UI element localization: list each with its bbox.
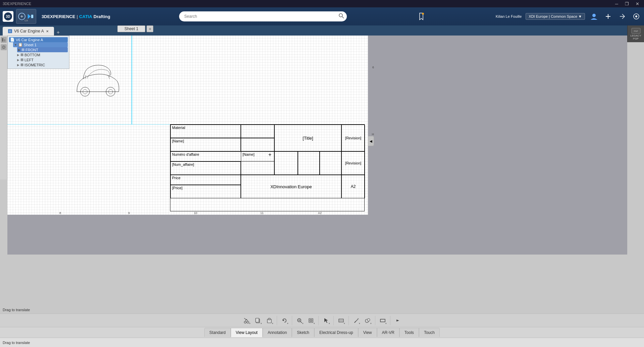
tree-expand-icon5: ▶	[17, 63, 19, 67]
search-input[interactable]	[179, 11, 347, 21]
add-button[interactable]	[603, 11, 613, 21]
main-canvas[interactable]: Material [Title] [Revision] [Name] Numér…	[7, 36, 627, 255]
tab-electrical[interactable]: Electrical Dress-up	[314, 328, 358, 337]
tree-left-item[interactable]: ▶ ⊞ LEFT	[17, 57, 68, 62]
ruler-num-11: 11	[260, 211, 264, 215]
tree-front-item[interactable]: ▶ ⊞ FRONT	[17, 47, 68, 52]
tab-label: V6 Car Engine A	[14, 29, 44, 33]
panel-button-1[interactable]	[1, 37, 7, 43]
undo-button[interactable]: ▾	[279, 315, 290, 326]
left-panel	[0, 36, 7, 180]
svg-rect-6	[31, 15, 33, 18]
toolbar-right: Kilian Le Fouille XDI Europe | Common Sp…	[496, 11, 641, 21]
tree-panel: 📄 V6 Car Engine A ▼ 📋 Sheet 1 ▶ ⊞ FRONT …	[7, 36, 69, 69]
zoom-button[interactable]: ▾	[294, 315, 305, 326]
tree-expand-icon2: ▶	[18, 48, 20, 52]
svg-rect-62	[268, 318, 270, 320]
user-name: Kilian Le Fouille	[496, 14, 522, 18]
undo-dropdown-icon[interactable]: ▾	[286, 316, 289, 326]
add-tab-button[interactable]: +	[54, 29, 62, 36]
tab-view-layout[interactable]: View Layout	[231, 328, 263, 337]
tree-bottom-label: BOTTOM	[24, 53, 40, 57]
paste-dropdown-icon[interactable]: ▾	[271, 316, 274, 326]
tree-root-item[interactable]: 📄 V6 Car Engine A	[9, 37, 68, 42]
rect-button[interactable]: ▾	[377, 315, 388, 326]
tab-sketch[interactable]: Sketch	[292, 328, 314, 337]
sheet-selector: Sheet 1 +	[117, 25, 153, 32]
ruler-right-6: 6	[372, 66, 374, 69]
tree-isometric-item[interactable]: ▶ ⊞ ISOMETRIC	[17, 62, 68, 67]
blue-highlight-v	[131, 36, 132, 124]
svg-text:PGP: PGP	[634, 30, 638, 32]
svg-rect-75	[342, 319, 342, 322]
svg-point-16	[635, 15, 637, 17]
cut-dropdown-icon[interactable]: ▾	[248, 316, 252, 326]
paste-button[interactable]: ▾	[264, 315, 275, 326]
toolbar-divider-2	[292, 316, 292, 325]
app-logo[interactable]: 3D	[3, 11, 13, 22]
legacy-pgp-button[interactable]: PGP LEGACY PGP	[627, 25, 644, 42]
restore-button[interactable]: ❐	[623, 1, 631, 6]
tab-view[interactable]: View	[358, 328, 377, 337]
tb-empty5	[320, 151, 341, 175]
tab-tools[interactable]: Tools	[399, 328, 419, 337]
clone-button[interactable]: ▾	[362, 315, 373, 326]
svg-rect-60	[256, 318, 259, 322]
tb-num-affaire: [Num_affaire]	[170, 161, 241, 175]
paint-button[interactable]: ▾	[351, 315, 362, 326]
tb-revision1: [Revision]	[341, 125, 365, 151]
sheet-button[interactable]: Sheet 1	[117, 25, 145, 32]
more-button[interactable]	[392, 315, 403, 326]
cursor-cross: +	[268, 152, 271, 158]
svg-marker-5	[28, 14, 31, 19]
tree-isometric-label: ISOMETRIC	[24, 63, 45, 67]
brand-3dexperience: 3DEXPERIENCE	[42, 14, 75, 19]
fit-button[interactable]: ▾	[306, 315, 316, 326]
svg-marker-63	[283, 319, 284, 321]
close-button[interactable]: ✕	[634, 1, 641, 6]
right-collapse-arrow[interactable]: ◀	[368, 136, 374, 146]
search-button[interactable]	[339, 13, 344, 20]
window-controls: ─ ❐ ✕	[613, 1, 641, 6]
toolbar-divider-1	[277, 316, 277, 325]
workspace-selector[interactable]: XDI Europe | Common Space ▼	[526, 13, 585, 20]
sheet-add-button[interactable]: +	[147, 25, 153, 32]
zoom-dropdown-icon[interactable]: ▾	[301, 316, 305, 326]
select-dropdown-icon[interactable]: ▾	[328, 316, 331, 326]
minimize-button[interactable]: ─	[613, 1, 620, 6]
rect-dropdown-icon[interactable]: ▾	[384, 316, 388, 326]
tree-bottom-item[interactable]: ▶ ⊞ BOTTOM	[17, 52, 68, 57]
panel-button-2[interactable]	[1, 44, 7, 50]
tb-empty4	[298, 151, 320, 175]
select-button[interactable]: ▾	[321, 315, 331, 326]
toolbar-divider-3	[318, 316, 319, 325]
tab-ar-vr[interactable]: AR-VR	[377, 328, 399, 337]
tab-v6-car-engine[interactable]: D V6 Car Engine A ✕	[3, 27, 54, 36]
share-button[interactable]	[617, 11, 627, 21]
apps-button[interactable]	[631, 11, 641, 21]
bottom-icon-toolbar: ▾ ▾ ▾ ▾ ▾	[0, 314, 644, 327]
toolbar-divider-5	[348, 316, 349, 325]
fit-dropdown-icon[interactable]: ▾	[313, 316, 316, 326]
tab-touch[interactable]: Touch	[419, 328, 440, 337]
compass-button[interactable]: V,R	[16, 9, 36, 24]
mask-dropdown-icon[interactable]: ▾	[343, 316, 346, 326]
clone-dropdown-icon[interactable]: ▾	[369, 316, 373, 326]
user-avatar[interactable]	[589, 11, 599, 21]
tab-standard[interactable]: Standard	[204, 328, 231, 337]
tb-format: A2	[341, 175, 365, 198]
svg-rect-74	[340, 319, 340, 322]
mask-button[interactable]: ▾	[336, 315, 346, 326]
bookmark-button[interactable]	[416, 11, 427, 22]
tb-title: [Title]	[274, 125, 341, 151]
cut-button[interactable]: ▾	[241, 315, 252, 326]
paint-dropdown-icon[interactable]: ▾	[358, 316, 361, 326]
tree-front-label: FRONT	[25, 48, 38, 52]
copy-button[interactable]: ▾	[253, 315, 263, 326]
tab-annotation[interactable]: Annotation	[263, 328, 292, 337]
tree-expand-icon3: ▶	[17, 53, 19, 57]
copy-dropdown-icon[interactable]: ▾	[260, 316, 263, 326]
tab-close-button[interactable]: ✕	[46, 29, 49, 33]
tree-sheet-item[interactable]: ▼ 📋 Sheet 1	[13, 42, 68, 47]
legacy-pgp-label2: PGP	[633, 37, 639, 40]
